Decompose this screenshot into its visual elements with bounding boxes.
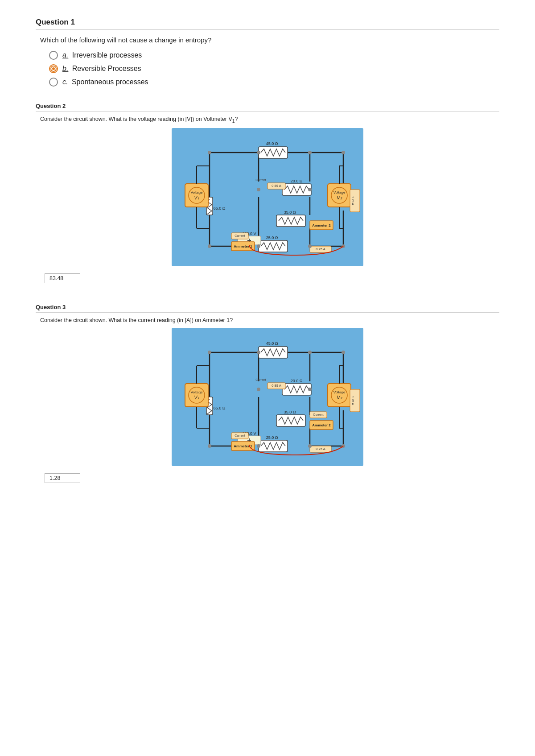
svg-text:Ammeter 2: Ammeter 2 <box>312 423 331 427</box>
svg-text:V₂: V₂ <box>337 395 342 400</box>
answer-area-2: 83.48 <box>40 273 499 288</box>
svg-point-130 <box>208 351 211 354</box>
question-2-text: Consider the circuit shown. What is the … <box>40 116 499 124</box>
svg-text:V₁: V₁ <box>194 395 199 400</box>
svg-text:Current: Current <box>313 413 323 416</box>
svg-text:V₁: V₁ <box>194 195 199 200</box>
question-2-block: Question 2 Consider the circuit shown. W… <box>36 103 499 288</box>
svg-point-133 <box>342 351 345 354</box>
svg-text:65.0 Ω: 65.0 Ω <box>214 406 226 410</box>
circuit-svg-1: 45.0 Ω 20.0 Ω 65.0 Ω 35.0 Ω 25.0 Ω <box>172 128 363 266</box>
circuit-diagram-1: 45.0 Ω 20.0 Ω 65.0 Ω 35.0 Ω 25.0 Ω <box>36 128 499 266</box>
question-1-block: Question 1 Which of the following will n… <box>36 18 499 87</box>
svg-point-67 <box>257 188 260 191</box>
svg-text:Voltage: Voltage <box>333 190 346 194</box>
radio-a[interactable] <box>49 51 58 60</box>
question-1-title: Question 1 <box>36 18 499 30</box>
option-b-label: b. Reversible Processes <box>62 65 141 73</box>
svg-rect-90 <box>276 415 305 426</box>
svg-point-63 <box>208 244 211 248</box>
option-c-text: Spontaneous processes <box>72 78 148 86</box>
svg-point-60 <box>257 151 260 154</box>
svg-point-136 <box>308 444 312 448</box>
circuit-diagram-2: 45.0 Ω 20.0 Ω 65.0 Ω 35.0 Ω 25.0 Ω <box>36 328 499 466</box>
svg-text:45.0 Ω: 45.0 Ω <box>266 341 278 346</box>
svg-point-135 <box>257 444 260 448</box>
svg-text:Current: Current <box>235 434 245 437</box>
list-item[interactable]: a. Irreversible processes <box>49 51 499 60</box>
svg-point-68 <box>308 188 312 191</box>
svg-point-64 <box>257 244 260 248</box>
svg-text:35.0 Ω: 35.0 Ω <box>284 210 296 215</box>
radio-c[interactable] <box>49 78 58 87</box>
list-item[interactable]: b. Reversible Processes <box>49 64 499 73</box>
svg-point-59 <box>208 151 211 154</box>
svg-point-134 <box>208 444 211 448</box>
circuit-svg-2: 45.0 Ω 20.0 Ω 65.0 Ω 35.0 Ω 25.0 Ω <box>172 328 363 466</box>
svg-point-62 <box>342 151 345 154</box>
svg-point-131 <box>257 351 260 354</box>
svg-text:35.0 Ω: 35.0 Ω <box>284 410 296 414</box>
svg-text:1.28 A: 1.28 A <box>351 396 354 405</box>
svg-text:25.0 Ω: 25.0 Ω <box>266 435 278 440</box>
svg-text:Current: Current <box>255 178 266 182</box>
svg-point-61 <box>308 151 312 154</box>
svg-rect-84 <box>259 347 288 358</box>
option-a-text: Irreversible processes <box>72 51 142 59</box>
svg-point-138 <box>257 388 260 391</box>
option-c-letter: c. <box>62 78 68 86</box>
option-a-label: a. Irreversible processes <box>62 51 142 59</box>
svg-text:0.75 A: 0.75 A <box>316 447 325 451</box>
svg-text:0.89 A: 0.89 A <box>272 384 281 388</box>
svg-text:Voltage: Voltage <box>333 390 346 394</box>
answer-input-3[interactable]: 1.28 <box>45 473 80 483</box>
list-item[interactable]: c. Spontaneous processes <box>49 78 499 87</box>
svg-point-65 <box>308 244 312 248</box>
circuit-image-2: 45.0 Ω 20.0 Ω 65.0 Ω 35.0 Ω 25.0 Ω <box>172 328 363 466</box>
svg-text:0.75 A: 0.75 A <box>316 247 325 251</box>
svg-rect-21 <box>276 215 305 227</box>
svg-text:45.0 Ω: 45.0 Ω <box>266 141 278 146</box>
svg-text:1.28 A: 1.28 A <box>351 196 354 205</box>
svg-text:65.0 Ω: 65.0 Ω <box>214 206 226 211</box>
option-b-text: Reversible Processes <box>72 65 141 72</box>
radio-b[interactable] <box>49 64 58 73</box>
circuit-image-1: 45.0 Ω 20.0 Ω 65.0 Ω 35.0 Ω 25.0 Ω <box>172 128 363 266</box>
svg-text:25.0 Ω: 25.0 Ω <box>266 235 278 240</box>
question-1-options: a. Irreversible processes b. Reversible … <box>49 51 499 87</box>
question-3-title: Question 3 <box>36 304 499 313</box>
question-3-text: Consider the circuit shown. What is the … <box>40 317 499 323</box>
svg-rect-86 <box>282 384 311 395</box>
svg-rect-23 <box>259 240 288 252</box>
svg-text:Current: Current <box>255 378 266 381</box>
option-b-letter: b. <box>62 65 68 72</box>
radio-b-inner <box>51 66 56 71</box>
answer-area-3: 1.28 <box>40 473 499 487</box>
svg-rect-92 <box>259 440 288 452</box>
svg-text:20.0 Ω: 20.0 Ω <box>291 179 303 183</box>
svg-point-139 <box>308 388 312 391</box>
question-1-text: Which of the following will not cause a … <box>40 36 499 44</box>
svg-text:Current: Current <box>235 234 245 237</box>
question-3-block: Question 3 Consider the circuit shown. W… <box>36 304 499 487</box>
svg-text:Voltage: Voltage <box>191 390 203 394</box>
svg-rect-17 <box>282 184 311 195</box>
svg-rect-15 <box>259 147 288 158</box>
option-a-letter: a. <box>62 51 68 59</box>
svg-point-132 <box>308 351 312 354</box>
svg-text:20.0 Ω: 20.0 Ω <box>291 379 303 383</box>
answer-input-2[interactable]: 83.48 <box>45 273 80 283</box>
svg-text:Voltage: Voltage <box>191 190 203 194</box>
svg-text:V₂: V₂ <box>337 195 342 200</box>
question-2-title: Question 2 <box>36 103 499 112</box>
svg-text:Ammeter 2: Ammeter 2 <box>312 223 331 227</box>
option-c-label: c. Spontaneous processes <box>62 78 148 86</box>
svg-text:0.89 A: 0.89 A <box>272 184 281 188</box>
